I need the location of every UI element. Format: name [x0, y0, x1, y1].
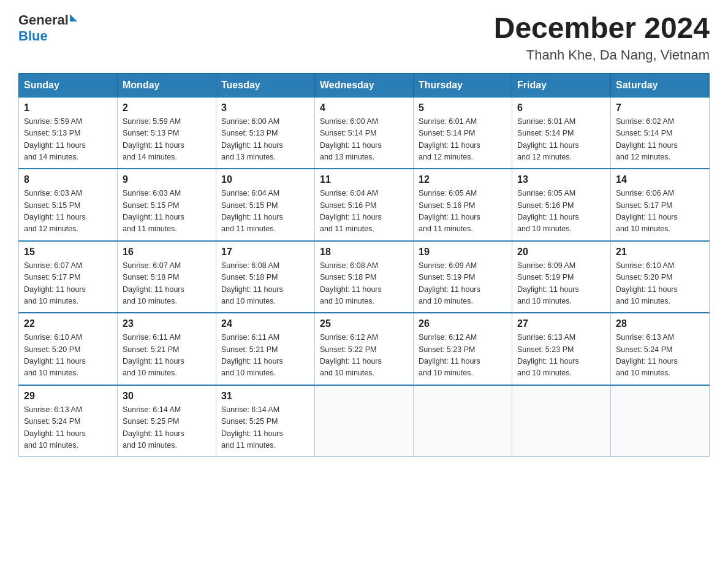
table-row: 19Sunrise: 6:09 AMSunset: 5:19 PMDayligh…: [414, 241, 512, 313]
day-info: Sunrise: 6:03 AMSunset: 5:15 PMDaylight:…: [24, 188, 112, 236]
day-info: Sunrise: 6:11 AMSunset: 5:21 PMDaylight:…: [221, 332, 309, 380]
day-info: Sunrise: 6:13 AMSunset: 5:23 PMDaylight:…: [517, 332, 605, 380]
col-thursday: Thursday: [414, 73, 512, 97]
table-row: 27Sunrise: 6:13 AMSunset: 5:23 PMDayligh…: [512, 313, 611, 385]
table-row: 23Sunrise: 6:11 AMSunset: 5:21 PMDayligh…: [118, 313, 216, 385]
col-wednesday: Wednesday: [315, 73, 414, 97]
table-row: 12Sunrise: 6:05 AMSunset: 5:16 PMDayligh…: [414, 169, 512, 241]
day-info: Sunrise: 6:06 AMSunset: 5:17 PMDaylight:…: [616, 188, 704, 236]
day-number: 17: [221, 247, 309, 258]
table-row: 17Sunrise: 6:08 AMSunset: 5:18 PMDayligh…: [216, 241, 315, 313]
day-number: 9: [123, 174, 211, 185]
table-row: [315, 385, 414, 457]
day-number: 16: [123, 247, 211, 258]
month-year-title: December 2024: [494, 12, 710, 45]
day-info: Sunrise: 6:01 AMSunset: 5:14 PMDaylight:…: [419, 116, 507, 164]
day-number: 7: [616, 102, 704, 113]
calendar-header-row: Sunday Monday Tuesday Wednesday Thursday…: [19, 73, 710, 97]
table-row: 3Sunrise: 6:00 AMSunset: 5:13 PMDaylight…: [216, 97, 315, 169]
table-row: 16Sunrise: 6:07 AMSunset: 5:18 PMDayligh…: [118, 241, 216, 313]
day-number: 12: [419, 174, 507, 185]
day-number: 1: [24, 102, 112, 113]
table-row: 30Sunrise: 6:14 AMSunset: 5:25 PMDayligh…: [118, 385, 216, 457]
table-row: [414, 385, 512, 457]
table-row: 11Sunrise: 6:04 AMSunset: 5:16 PMDayligh…: [315, 169, 414, 241]
day-info: Sunrise: 6:14 AMSunset: 5:25 PMDaylight:…: [123, 404, 211, 452]
day-number: 20: [517, 247, 605, 258]
day-info: Sunrise: 6:09 AMSunset: 5:19 PMDaylight:…: [517, 260, 605, 308]
day-info: Sunrise: 6:02 AMSunset: 5:14 PMDaylight:…: [616, 116, 704, 164]
day-info: Sunrise: 6:12 AMSunset: 5:22 PMDaylight:…: [320, 332, 408, 380]
table-row: 18Sunrise: 6:08 AMSunset: 5:18 PMDayligh…: [315, 241, 414, 313]
table-row: 9Sunrise: 6:03 AMSunset: 5:15 PMDaylight…: [118, 169, 216, 241]
day-number: 29: [24, 391, 112, 402]
day-info: Sunrise: 6:13 AMSunset: 5:24 PMDaylight:…: [24, 404, 112, 452]
day-number: 27: [517, 318, 605, 329]
day-info: Sunrise: 6:04 AMSunset: 5:16 PMDaylight:…: [320, 188, 408, 236]
day-number: 2: [123, 102, 211, 113]
table-row: 26Sunrise: 6:12 AMSunset: 5:23 PMDayligh…: [414, 313, 512, 385]
logo-triangle-icon: [70, 14, 77, 21]
day-info: Sunrise: 5:59 AMSunset: 5:13 PMDaylight:…: [24, 116, 112, 164]
day-number: 18: [320, 247, 408, 258]
day-number: 25: [320, 318, 408, 329]
title-section: December 2024 Thanh Khe, Da Nang, Vietna…: [494, 12, 710, 63]
table-row: 6Sunrise: 6:01 AMSunset: 5:14 PMDaylight…: [512, 97, 611, 169]
day-info: Sunrise: 6:00 AMSunset: 5:14 PMDaylight:…: [320, 116, 408, 164]
day-info: Sunrise: 6:13 AMSunset: 5:24 PMDaylight:…: [616, 332, 704, 380]
table-row: 22Sunrise: 6:10 AMSunset: 5:20 PMDayligh…: [19, 313, 118, 385]
day-number: 30: [123, 391, 211, 402]
day-number: 5: [419, 102, 507, 113]
day-number: 14: [616, 174, 704, 185]
day-info: Sunrise: 6:00 AMSunset: 5:13 PMDaylight:…: [221, 116, 309, 164]
table-row: 8Sunrise: 6:03 AMSunset: 5:15 PMDaylight…: [19, 169, 118, 241]
table-row: 5Sunrise: 6:01 AMSunset: 5:14 PMDaylight…: [414, 97, 512, 169]
day-info: Sunrise: 6:12 AMSunset: 5:23 PMDaylight:…: [419, 332, 507, 380]
table-row: [611, 385, 710, 457]
day-info: Sunrise: 6:01 AMSunset: 5:14 PMDaylight:…: [517, 116, 605, 164]
table-row: 31Sunrise: 6:14 AMSunset: 5:25 PMDayligh…: [216, 385, 315, 457]
day-info: Sunrise: 6:07 AMSunset: 5:18 PMDaylight:…: [123, 260, 211, 308]
day-number: 26: [419, 318, 507, 329]
day-number: 21: [616, 247, 704, 258]
calendar-week-row: 15Sunrise: 6:07 AMSunset: 5:17 PMDayligh…: [19, 241, 710, 313]
day-number: 31: [221, 391, 309, 402]
day-info: Sunrise: 6:10 AMSunset: 5:20 PMDaylight:…: [24, 332, 112, 380]
table-row: 21Sunrise: 6:10 AMSunset: 5:20 PMDayligh…: [611, 241, 710, 313]
col-sunday: Sunday: [19, 73, 118, 97]
table-row: 28Sunrise: 6:13 AMSunset: 5:24 PMDayligh…: [611, 313, 710, 385]
day-info: Sunrise: 6:08 AMSunset: 5:18 PMDaylight:…: [221, 260, 309, 308]
table-row: 25Sunrise: 6:12 AMSunset: 5:22 PMDayligh…: [315, 313, 414, 385]
day-info: Sunrise: 6:05 AMSunset: 5:16 PMDaylight:…: [517, 188, 605, 236]
table-row: 24Sunrise: 6:11 AMSunset: 5:21 PMDayligh…: [216, 313, 315, 385]
table-row: 4Sunrise: 6:00 AMSunset: 5:14 PMDaylight…: [315, 97, 414, 169]
calendar-week-row: 1Sunrise: 5:59 AMSunset: 5:13 PMDaylight…: [19, 97, 710, 169]
day-number: 6: [517, 102, 605, 113]
day-number: 11: [320, 174, 408, 185]
table-row: 14Sunrise: 6:06 AMSunset: 5:17 PMDayligh…: [611, 169, 710, 241]
day-info: Sunrise: 6:08 AMSunset: 5:18 PMDaylight:…: [320, 260, 408, 308]
day-number: 4: [320, 102, 408, 113]
day-number: 23: [123, 318, 211, 329]
calendar-week-row: 8Sunrise: 6:03 AMSunset: 5:15 PMDaylight…: [19, 169, 710, 241]
calendar-week-row: 29Sunrise: 6:13 AMSunset: 5:24 PMDayligh…: [19, 385, 710, 457]
day-info: Sunrise: 6:05 AMSunset: 5:16 PMDaylight:…: [419, 188, 507, 236]
table-row: 29Sunrise: 6:13 AMSunset: 5:24 PMDayligh…: [19, 385, 118, 457]
day-number: 3: [221, 102, 309, 113]
day-number: 13: [517, 174, 605, 185]
day-info: Sunrise: 6:04 AMSunset: 5:15 PMDaylight:…: [221, 188, 309, 236]
calendar-week-row: 22Sunrise: 6:10 AMSunset: 5:20 PMDayligh…: [19, 313, 710, 385]
day-number: 8: [24, 174, 112, 185]
day-info: Sunrise: 6:11 AMSunset: 5:21 PMDaylight:…: [123, 332, 211, 380]
table-row: [512, 385, 611, 457]
day-info: Sunrise: 6:10 AMSunset: 5:20 PMDaylight:…: [616, 260, 704, 308]
table-row: 1Sunrise: 5:59 AMSunset: 5:13 PMDaylight…: [19, 97, 118, 169]
day-info: Sunrise: 6:07 AMSunset: 5:17 PMDaylight:…: [24, 260, 112, 308]
day-number: 10: [221, 174, 309, 185]
day-number: 22: [24, 318, 112, 329]
table-row: 20Sunrise: 6:09 AMSunset: 5:19 PMDayligh…: [512, 241, 611, 313]
logo: General Blue: [18, 12, 77, 45]
day-info: Sunrise: 6:09 AMSunset: 5:19 PMDaylight:…: [419, 260, 507, 308]
table-row: 13Sunrise: 6:05 AMSunset: 5:16 PMDayligh…: [512, 169, 611, 241]
day-info: Sunrise: 6:14 AMSunset: 5:25 PMDaylight:…: [221, 404, 309, 452]
